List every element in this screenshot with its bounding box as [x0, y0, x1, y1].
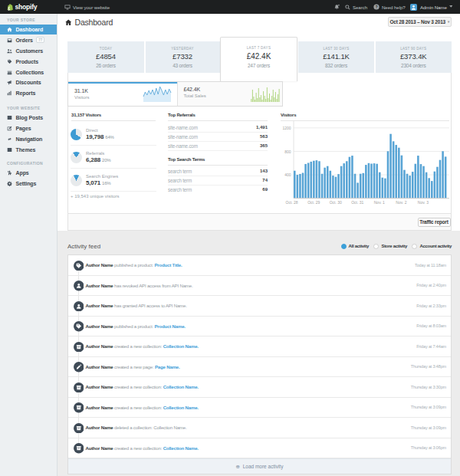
svg-text:Nov. 3: Nov. 3 [418, 200, 429, 205]
svg-text:Oct. 28: Oct. 28 [286, 200, 298, 205]
svg-text:1200: 1200 [282, 126, 291, 130]
svg-text:Nov. 2: Nov. 2 [396, 200, 406, 205]
svg-text:?: ? [375, 5, 377, 9]
svg-text:800: 800 [284, 149, 291, 154]
svg-text:Nov. 1: Nov. 1 [374, 200, 385, 205]
svg-text:Oct. 29: Oct. 29 [307, 200, 320, 205]
svg-text:Oct. 31: Oct. 31 [351, 200, 363, 205]
svg-text:Oct. 30: Oct. 30 [330, 200, 342, 205]
svg-text:400: 400 [284, 172, 291, 177]
